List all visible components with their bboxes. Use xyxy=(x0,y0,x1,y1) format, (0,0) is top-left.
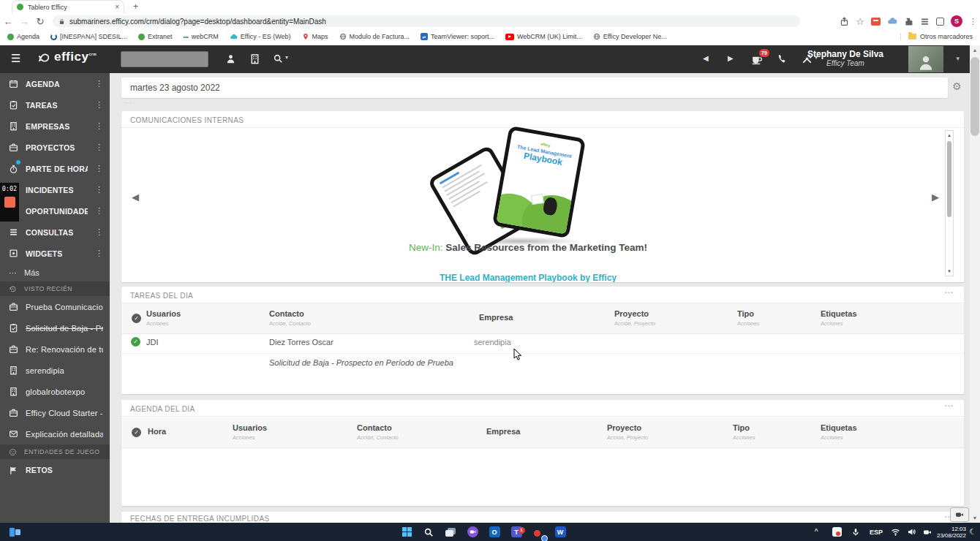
browser-profile-avatar[interactable]: S xyxy=(951,15,962,27)
other-bookmarks-button[interactable]: Otros marcadores xyxy=(900,33,973,40)
browser-forward-icon[interactable]: → xyxy=(16,16,32,27)
bookmark-item[interactable]: Efficy Developer Ne... xyxy=(593,33,667,40)
bookmark-item[interactable]: Maps xyxy=(302,33,328,40)
cell-contacto[interactable]: Diez Torres Oscar xyxy=(269,338,333,347)
phone-icon[interactable] xyxy=(777,53,788,64)
extension-badge-icon[interactable] xyxy=(871,18,881,26)
item-menu-icon[interactable]: ⋮ xyxy=(95,79,103,88)
quick-add-contact-icon[interactable] xyxy=(225,53,236,64)
sidebar-item-parte-de-horas[interactable]: PARTE DE HORAS ⋮ xyxy=(0,158,110,179)
global-search-input[interactable] xyxy=(121,51,208,67)
bookmark-item[interactable]: WebCRM (UK) Limit... xyxy=(505,33,582,40)
carousel-next-icon[interactable]: ▶ xyxy=(932,192,939,203)
tray-recording-app-icon[interactable] xyxy=(829,523,844,541)
taskbar-word[interactable]: W xyxy=(551,523,569,541)
bookmark-item[interactable]: Efficy - ES (Web) xyxy=(230,33,291,41)
task-done-check-icon[interactable]: ✓ xyxy=(131,337,140,347)
column-header[interactable]: Hora xyxy=(148,427,166,436)
tray-camera-icon[interactable] xyxy=(920,523,935,541)
column-header[interactable]: Tipo xyxy=(733,423,750,432)
history-forward-icon[interactable]: ▶ xyxy=(728,54,734,62)
stop-recording-button[interactable] xyxy=(4,197,15,208)
tray-volume-icon[interactable] xyxy=(904,523,919,541)
history-back-icon[interactable]: ◀ xyxy=(703,54,709,62)
search-icon[interactable] xyxy=(273,53,283,64)
sidebar-item-empresas[interactable]: EMPRESAS ⋮ xyxy=(0,116,110,137)
column-header[interactable]: Contacto xyxy=(357,423,392,432)
cloud-extension-icon[interactable] xyxy=(887,16,897,26)
panel-scrollbar[interactable]: ▴ ▾ xyxy=(945,130,954,276)
taskbar-widgets-icon[interactable] xyxy=(6,523,23,541)
taskbar-chrome[interactable] xyxy=(529,523,547,541)
item-menu-icon[interactable]: ⋮ xyxy=(95,185,103,194)
column-header[interactable]: Empresa xyxy=(479,313,513,322)
column-header[interactable]: Tipo xyxy=(737,309,754,318)
column-header[interactable]: Proyecto xyxy=(607,423,641,432)
bookmark-item[interactable]: •••webCRM xyxy=(183,33,218,40)
user-menu-caret-icon[interactable]: ▾ xyxy=(956,55,960,62)
column-header[interactable]: Etiquetas xyxy=(821,423,857,432)
column-header[interactable]: Proyecto xyxy=(614,309,649,318)
recent-item[interactable]: globalrobotexpo xyxy=(0,381,110,402)
page-scrollbar[interactable]: ▲ ▼ xyxy=(970,45,980,523)
address-bar[interactable]: submariners.efficy.com/crm/dialog?page=d… xyxy=(53,15,800,27)
recent-item[interactable]: Re: Renovación de tu plan tr... xyxy=(0,338,110,360)
extensions-puzzle-icon[interactable] xyxy=(904,17,913,26)
companies-icon[interactable] xyxy=(249,53,260,64)
search-caret-icon[interactable]: ▾ xyxy=(285,54,288,61)
taskbar-search[interactable] xyxy=(420,523,437,541)
sidebar-item-consultas[interactable]: CONSULTAS ⋮ xyxy=(0,222,110,243)
item-menu-icon[interactable]: ⋮ xyxy=(95,100,103,110)
dashboard-settings-gear-icon[interactable]: ⚙ xyxy=(952,80,962,92)
item-menu-icon[interactable]: ⋮ xyxy=(95,249,103,258)
column-header[interactable]: Etiquetas xyxy=(821,309,857,318)
sidebar-item-widgets[interactable]: WIDGETS ⋮ xyxy=(0,243,110,264)
playbook-link[interactable]: THE Lead Management Playbook by Efficy xyxy=(121,273,935,282)
recent-item[interactable]: Efficy Cloud Starter - Market... xyxy=(0,402,110,423)
sidepanel-icon[interactable] xyxy=(936,18,944,26)
start-button[interactable] xyxy=(398,523,415,541)
app-menu-hamburger-icon[interactable]: ☰ xyxy=(11,52,20,65)
bookmark-item[interactable]: Modulo de Factura... xyxy=(339,33,410,40)
browser-reload-icon[interactable]: ↻ xyxy=(32,16,48,27)
date-card-menu-icon[interactable]: ⋯ xyxy=(124,99,132,107)
cell-usuarios[interactable]: JDI xyxy=(146,338,159,347)
bookmark-item[interactable]: ⇄TeamViewer: soport... xyxy=(421,33,494,40)
new-tab-button[interactable]: + xyxy=(133,1,138,12)
scroll-down-icon[interactable]: ▾ xyxy=(948,268,951,274)
taskbar-outlook[interactable]: O xyxy=(486,523,503,541)
scrollbar-down-icon[interactable]: ▼ xyxy=(970,515,980,521)
tab-close-icon[interactable]: × xyxy=(115,3,119,11)
column-header[interactable]: Empresa xyxy=(486,427,520,436)
item-menu-icon[interactable]: ⋮ xyxy=(95,164,103,173)
sidebar-item-retos[interactable]: RETOS xyxy=(0,459,110,481)
user-avatar[interactable] xyxy=(908,46,943,72)
cell-empresa[interactable]: serendipia xyxy=(474,338,511,347)
taskbar-camera-app[interactable] xyxy=(464,523,481,541)
sidebar-item-mas[interactable]: ⋯ Más xyxy=(0,264,110,281)
sidebar-item-proyectos[interactable]: PROYECTOS ⋮ xyxy=(0,137,110,158)
share-icon[interactable] xyxy=(840,17,849,26)
notifications-cup-icon[interactable]: 79 xyxy=(750,53,763,66)
task-view-button[interactable] xyxy=(442,523,459,541)
taskbar-clock[interactable]: 12:03 23/08/2022 xyxy=(936,523,967,541)
select-all-check-icon[interactable]: ✓ xyxy=(132,314,141,323)
browser-menu-icon[interactable]: ⋮ xyxy=(969,17,977,26)
recent-item[interactable]: serendipia xyxy=(0,360,110,381)
user-info[interactable]: Stephany De Silva Efficy Team xyxy=(787,49,904,67)
sidebar-item-tareas[interactable]: TAREAS ⋮ xyxy=(0,94,110,116)
tray-microphone-icon[interactable] xyxy=(848,523,863,541)
bookmark-item[interactable]: Extranet xyxy=(138,33,173,40)
panel-menu-icon[interactable]: ⋯ xyxy=(944,287,954,298)
keyboard-language[interactable]: ESP xyxy=(866,523,886,541)
bookmark-item[interactable]: Agenda xyxy=(7,33,39,40)
taskbar-teams[interactable]: T1 xyxy=(508,523,525,541)
browser-tab[interactable]: Tablero Efficy × xyxy=(12,0,124,13)
reading-list-icon[interactable] xyxy=(920,17,930,26)
carousel-prev-icon[interactable]: ◀ xyxy=(132,192,139,203)
column-header[interactable]: Contacto xyxy=(269,309,304,318)
panel-menu-icon[interactable]: ⋯ xyxy=(944,401,954,411)
item-menu-icon[interactable]: ⋮ xyxy=(95,121,103,131)
recent-item[interactable]: Explicación detallada del fu... xyxy=(0,423,110,444)
tray-wifi-icon[interactable] xyxy=(888,523,902,541)
